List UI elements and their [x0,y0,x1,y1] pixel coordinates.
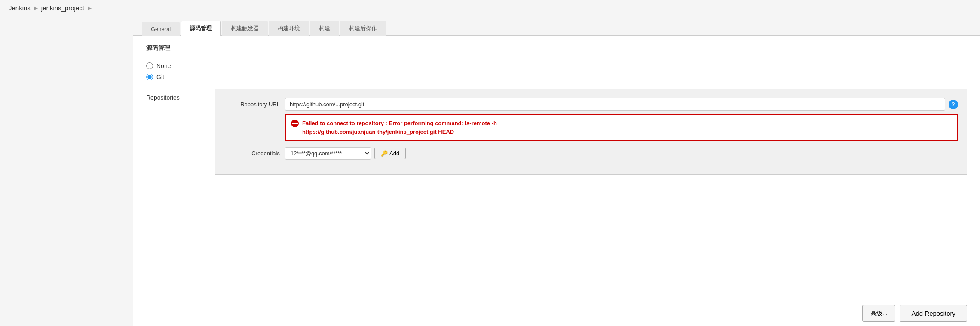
breadcrumb-jenkins[interactable]: Jenkins [9,4,31,12]
advanced-button[interactable]: 高级... [862,305,896,322]
error-line2: https://github.com/juanjuan-thy/jenkins_… [302,129,454,135]
help-icon[interactable]: ? [949,100,958,109]
radio-group: None Git [146,62,967,80]
credentials-label: Credentials [224,147,280,157]
breadcrumb: Jenkins ▶ jenkins_project ▶ [0,0,980,16]
breadcrumb-sep-2: ▶ [88,5,92,11]
error-text: Failed to connect to repository : Error … [302,119,497,136]
repositories-section: Repositories Repository URL ? [146,89,967,175]
add-credentials-button[interactable]: 🔑 Add [374,148,406,159]
tab-build-trigger[interactable]: 构建触发器 [222,21,268,36]
radio-none-input[interactable] [146,62,153,69]
repo-url-control: ? — Failed to connect to repository : Er… [285,98,958,141]
tab-source-management[interactable]: 源码管理 [181,21,221,36]
credentials-row: Credentials 12****@qq.com/***** 🔑 Add [224,147,958,160]
error-line1: Failed to connect to repository : Error … [302,120,497,126]
radio-none[interactable]: None [146,62,967,69]
add-repository-button[interactable]: Add Repository [900,305,967,322]
content-body: 源码管理 None Git Repositories [133,36,980,298]
add-credentials-icon: 🔑 [381,150,388,157]
add-credentials-label: Add [389,150,399,157]
radio-git-label: Git [156,74,164,80]
repo-url-row: Repository URL ? — Fail [224,98,958,141]
breadcrumb-sep-1: ▶ [34,5,38,11]
credentials-control: 12****@qq.com/***** 🔑 Add [285,147,958,160]
repo-url-input-group: ? [285,98,958,111]
action-bar: 高级... Add Repository [133,298,980,326]
credentials-input-group: 12****@qq.com/***** 🔑 Add [285,147,958,160]
radio-git[interactable]: Git [146,74,967,80]
app-wrapper: Jenkins ▶ jenkins_project ▶ General 源码管理… [0,0,980,326]
breadcrumb-project[interactable]: jenkins_project [41,4,84,12]
repositories-panel: Repository URL ? — Fail [215,89,967,175]
left-panel [0,16,133,326]
section-title: 源码管理 [146,44,170,55]
tab-post-build[interactable]: 构建后操作 [340,21,386,36]
repositories-label: Repositories [146,89,215,175]
right-panel: General 源码管理 构建触发器 构建环境 构建 构建后操作 源码管理 No… [133,16,980,326]
tab-build-env[interactable]: 构建环境 [269,21,309,36]
tabs-bar: General 源码管理 构建触发器 构建环境 构建 构建后操作 [133,16,980,36]
repo-url-label: Repository URL [224,98,280,108]
tab-build[interactable]: 构建 [310,21,339,36]
radio-none-label: None [156,62,171,69]
error-icon: — [291,120,299,127]
error-box: — Failed to connect to repository : Erro… [285,114,958,141]
repo-url-input[interactable] [285,98,945,111]
credentials-dropdown[interactable]: 12****@qq.com/***** [285,147,371,160]
radio-git-input[interactable] [146,74,153,80]
tab-general[interactable]: General [142,22,180,36]
main-content: General 源码管理 构建触发器 构建环境 构建 构建后操作 源码管理 No… [0,16,980,326]
